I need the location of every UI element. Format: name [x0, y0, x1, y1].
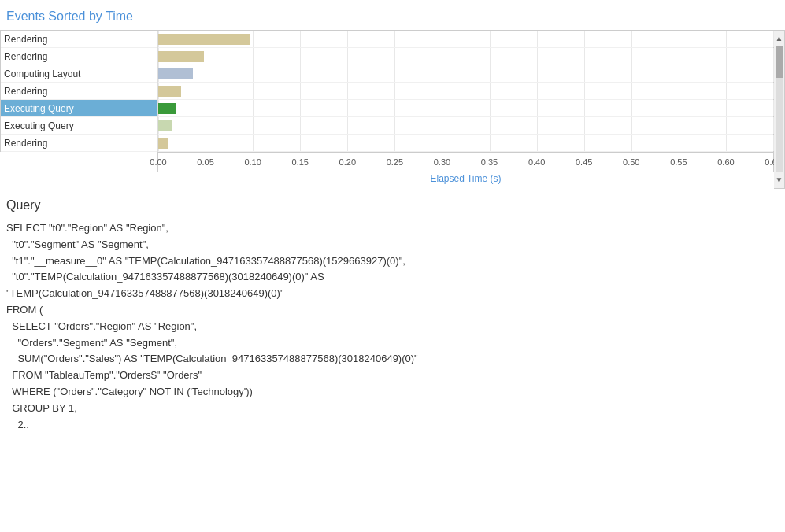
grid-line: [347, 83, 348, 99]
chart-rows-container: RenderingRenderingComputing LayoutRender…: [0, 30, 774, 152]
grid-line: [253, 135, 254, 151]
grid-line: [490, 48, 491, 65]
grid-line: [490, 100, 491, 116]
grid-line: [584, 65, 585, 82]
grid-line: [773, 31, 774, 47]
chart-main: RenderingRenderingComputing LayoutRender…: [0, 30, 774, 189]
grid-line: [253, 83, 254, 99]
grid-line: [347, 48, 348, 65]
query-line: SELECT "t0"."Region" AS "Region",: [6, 220, 779, 237]
chart-label-row: Rendering: [1, 83, 157, 100]
grid-line: [206, 83, 206, 99]
scrollbar-track: [776, 46, 783, 172]
grid-line: [584, 48, 585, 65]
grid-line: [394, 117, 395, 134]
query-line: GROUP BY 1,: [6, 401, 779, 417]
query-line: SUM("Orders"."Sales") AS "TEMP(Calculati…: [6, 351, 779, 368]
query-line: WHERE ("Orders"."Category" NOT IN ('Tech…: [6, 384, 779, 401]
chart-bar-row: [158, 48, 773, 65]
query-line: "t1"."__measure__0" AS "TEMP(Calculation…: [6, 253, 779, 270]
x-axis-tick: 0.15: [292, 157, 309, 167]
bar: [158, 103, 176, 114]
query-section: Query SELECT "t0"."Region" AS "Region", …: [0, 189, 785, 439]
query-line: 2..: [6, 417, 779, 434]
chart-outer: RenderingRenderingComputing LayoutRender…: [0, 30, 785, 189]
query-line: "Orders"."Segment" AS "Segment",: [6, 335, 779, 352]
chart-label-row: Computing Layout: [1, 65, 157, 83]
grid-line: [300, 65, 301, 82]
query-line: SELECT "Orders"."Region" AS "Region",: [6, 319, 779, 335]
chart-title: Events Sorted by Time: [0, 6, 785, 30]
grid-line: [490, 31, 491, 47]
query-line: FROM (: [6, 302, 779, 319]
grid-line: [490, 117, 491, 134]
query-line: FROM "TableauTemp"."Orders$" "Orders": [6, 368, 779, 384]
grid-line: [253, 100, 254, 116]
chart-label-row: Rendering: [1, 48, 157, 65]
main-container: Events Sorted by Time RenderingRendering…: [0, 0, 785, 439]
grid-line: [490, 65, 491, 82]
grid-line: [773, 117, 774, 134]
grid-line: [773, 135, 774, 151]
x-axis-tick: 0.00: [150, 157, 166, 167]
x-axis-tick: 0.35: [481, 157, 498, 167]
grid-line: [679, 65, 679, 82]
grid-line: [537, 48, 538, 65]
grid-line: [726, 31, 727, 47]
grid-line: [206, 48, 206, 65]
grid-line: [584, 117, 585, 134]
grid-line: [490, 135, 491, 151]
scrollbar-up-arrow[interactable]: ▲: [776, 32, 783, 45]
grid-line: [773, 65, 774, 82]
grid-line: [442, 31, 442, 47]
grid-line: [442, 100, 442, 116]
grid-line: [442, 117, 442, 134]
grid-line: [679, 31, 679, 47]
grid-line: [584, 135, 585, 151]
grid-line: [206, 117, 206, 134]
grid-line: [300, 117, 301, 134]
grid-line: [347, 31, 348, 47]
chart-scrollbar[interactable]: ▲ ▼: [774, 30, 785, 189]
x-axis-tick: 0.30: [434, 157, 450, 167]
grid-line: [300, 48, 301, 65]
grid-line: [631, 31, 632, 47]
grid-line: [442, 83, 442, 99]
grid-line: [347, 117, 348, 134]
grid-line: [584, 83, 585, 99]
grid-line: [584, 100, 585, 116]
grid-line: [394, 83, 395, 99]
grid-line: [206, 65, 206, 82]
grid-line: [584, 31, 585, 47]
grid-line: [347, 65, 348, 82]
x-axis-label: Elapsed Time (s): [157, 172, 774, 189]
bar: [158, 138, 168, 149]
grid-line: [206, 100, 206, 116]
grid-line: [300, 31, 301, 47]
chart-bar-row: [158, 100, 773, 117]
grid-line: [537, 83, 538, 99]
grid-line: [726, 65, 727, 82]
grid-line: [726, 135, 727, 151]
bar: [158, 86, 181, 97]
grid-line: [537, 135, 538, 151]
grid-line: [631, 83, 632, 99]
grid-line: [253, 31, 254, 47]
query-text: SELECT "t0"."Region" AS "Region", "t0"."…: [6, 220, 779, 433]
scrollbar-down-arrow[interactable]: ▼: [776, 174, 783, 187]
grid-line: [726, 100, 727, 116]
grid-line: [394, 65, 395, 82]
chart-label-row: Executing Query: [1, 117, 157, 135]
grid-line: [394, 100, 395, 116]
grid-line: [300, 135, 301, 151]
grid-line: [394, 48, 395, 65]
grid-line: [347, 135, 348, 151]
grid-line: [726, 48, 727, 65]
chart-label-row: Rendering: [1, 31, 157, 48]
grid-line: [300, 100, 301, 116]
grid-line: [394, 135, 395, 151]
grid-line: [347, 100, 348, 116]
query-line: "t0"."Segment" AS "Segment",: [6, 237, 779, 253]
chart-bar-row: [158, 83, 773, 100]
grid-line: [631, 48, 632, 65]
